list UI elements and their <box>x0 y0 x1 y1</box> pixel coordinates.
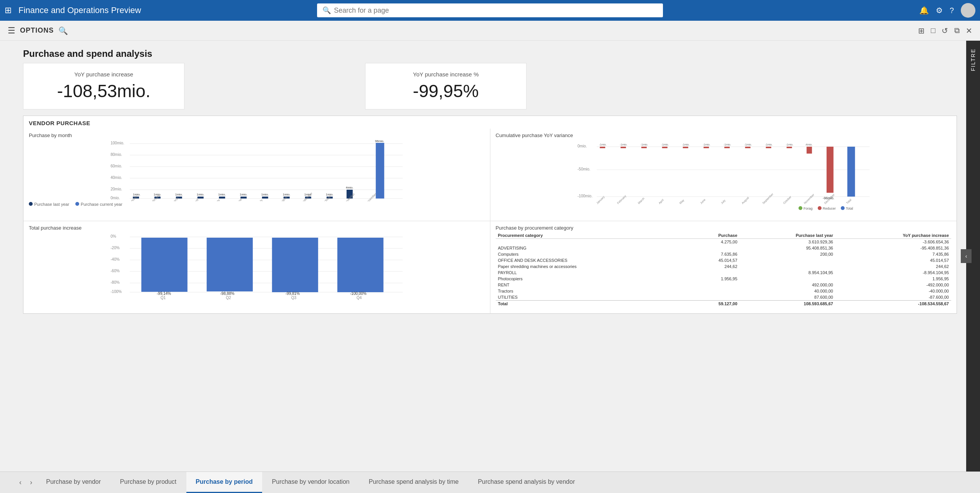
proc-cell-yoy: -3.606.654,36 <box>835 239 951 245</box>
svg-text:1mio.: 1mio. <box>197 193 204 196</box>
table-row: Computers 7.635,86 200,00 7.435,86 <box>496 251 952 257</box>
tab-arrow-right[interactable]: › <box>26 472 36 493</box>
svg-text:1mio.: 1mio. <box>283 193 291 196</box>
tab-item-3[interactable]: Purchase by vendor location <box>263 472 359 493</box>
proc-cell-last-year: 8.954.104,95 <box>740 270 835 276</box>
svg-text:60mio.: 60mio. <box>111 164 122 168</box>
svg-text:-50mio.: -50mio. <box>577 167 590 171</box>
svg-text:Forag: Forag <box>803 207 812 210</box>
table-row: Paper shredding machines or accessories … <box>496 263 952 270</box>
proc-cell-last-year: 108.593.685,67 <box>740 301 835 307</box>
svg-rect-56 <box>620 147 626 148</box>
dashboard-area: VENDOR PURCHASE Purchase by month 100mio… <box>0 116 980 493</box>
svg-rect-116 <box>272 238 318 292</box>
kpi-label-0: YoY purchase increase <box>39 71 169 78</box>
svg-text:-98,88%: -98,88% <box>220 291 234 296</box>
toolbar-close-icon[interactable]: ✕ <box>966 26 972 35</box>
svg-text:20mio.: 20mio. <box>111 187 122 191</box>
grid-icon[interactable]: ⊞ <box>5 5 12 15</box>
svg-text:August: August <box>279 195 288 201</box>
table-row: Total 59.127,00 108.593.685,67 -108.534.… <box>496 301 952 307</box>
tab-item-5[interactable]: Purchase spend analysis by vendor <box>468 472 584 493</box>
svg-text:-1mio.: -1mio. <box>682 143 689 146</box>
proc-cell-yoy: 45.014,57 <box>835 257 951 263</box>
proc-cell-last-year: 87.600,00 <box>740 294 835 301</box>
proc-cell-yoy: 1.956,95 <box>835 276 951 282</box>
svg-rect-66 <box>724 147 729 148</box>
svg-rect-34 <box>376 143 384 199</box>
kpi-value-0: -108,53mio. <box>39 81 169 101</box>
chart-month-title: Purchase by month <box>29 132 485 138</box>
svg-text:August: August <box>741 196 750 205</box>
bottom-tabs: ‹ › Purchase by vendorPurchase by produc… <box>0 471 980 493</box>
svg-text:Reducer: Reducer <box>822 207 835 210</box>
tab-arrow-left[interactable]: ‹ <box>15 472 25 493</box>
svg-rect-24 <box>262 197 268 199</box>
toolbar-icon-4[interactable]: ⧉ <box>954 26 960 35</box>
svg-text:0mio.: 0mio. <box>111 196 120 200</box>
right-panel-arrow[interactable]: ‹ <box>961 249 972 263</box>
svg-text:-40%: -40% <box>111 257 120 261</box>
toolbar-icon-1[interactable]: ⊞ <box>918 26 925 35</box>
svg-rect-60 <box>662 147 667 148</box>
svg-point-96 <box>840 206 844 210</box>
svg-rect-76 <box>826 147 833 193</box>
help-icon[interactable]: ? <box>950 6 954 15</box>
svg-text:-1mio.: -1mio. <box>723 143 731 146</box>
svg-text:May: May <box>214 198 221 201</box>
svg-rect-74 <box>806 147 812 154</box>
filtre-label[interactable]: FILTRE <box>970 48 976 71</box>
search-input[interactable] <box>334 7 658 15</box>
proc-cell-category: Tractors <box>496 288 686 294</box>
svg-text:April: April <box>658 198 664 205</box>
svg-text:0%: 0% <box>111 234 116 238</box>
notification-icon[interactable]: 🔔 <box>919 6 929 15</box>
svg-text:40mio.: 40mio. <box>111 175 122 180</box>
proc-cell-purchase: 59.127,00 <box>686 301 739 307</box>
proc-col-category: Procurement category <box>496 232 686 239</box>
svg-rect-113 <box>207 238 253 291</box>
app-title: Finance and Operations Preview <box>18 5 141 15</box>
chart-cumulative: Cumulative purchase YoY variance 0mio. -… <box>490 129 957 221</box>
toolbar-icon-3[interactable]: ↺ <box>942 26 948 35</box>
chart-purchase-by-month: Purchase by month 100mio. 80mio. 60mio. … <box>23 129 490 221</box>
svg-text:February: February <box>616 194 627 205</box>
settings-icon[interactable]: ⚙ <box>936 6 943 15</box>
svg-text:80mio.: 80mio. <box>111 152 122 157</box>
proc-col-purchase: Purchase <box>686 232 739 239</box>
hamburger-icon[interactable]: ☰ <box>8 26 15 36</box>
tab-item-2[interactable]: Purchase by period <box>186 472 262 493</box>
table-row: PAYROLL 8.954.104,95 -8.954.104,95 <box>496 270 952 276</box>
svg-text:July: July <box>720 199 726 205</box>
tab-item-1[interactable]: Purchase by product <box>111 472 186 493</box>
kpi-card-1: YoY purchase increase % -99,95% <box>365 63 527 109</box>
svg-text:100mio.: 100mio. <box>111 141 125 145</box>
proc-cell-yoy: -40.000,00 <box>835 288 951 294</box>
svg-rect-110 <box>141 238 188 292</box>
proc-cell-category: UTILITIES <box>496 294 686 301</box>
svg-text:September: September <box>761 192 774 205</box>
table-row: ADVERTISING 95.408.851,36 -95.408.851,36 <box>496 245 952 251</box>
vendor-purchase-panel: VENDOR PURCHASE Purchase by month 100mio… <box>23 116 957 314</box>
table-row: Photocopiers 1.956,95 1.956,95 <box>496 276 952 282</box>
svg-text:-1mio.: -1mio. <box>599 143 606 146</box>
proc-cell-category: Paper shredding machines or accessories <box>496 263 686 270</box>
toolbar-icon-2[interactable]: □ <box>931 26 935 35</box>
proc-cell-category: Computers <box>496 251 686 257</box>
proc-cell-yoy: -95.408.851,36 <box>835 245 951 251</box>
avatar[interactable] <box>961 3 975 18</box>
main-container: Purchase and spend analysis YoY purchase… <box>0 41 980 493</box>
toolbar-search-icon[interactable]: 🔍 <box>58 26 68 35</box>
kpi-row: YoY purchase increase -108,53mio. YoY pu… <box>0 63 980 109</box>
proc-cell-yoy: -87.600,00 <box>835 294 951 301</box>
proc-cell-last-year <box>740 257 835 263</box>
svg-rect-22 <box>241 197 247 199</box>
svg-text:Q1: Q1 <box>161 296 166 300</box>
svg-text:-100mio.: -100mio. <box>577 194 592 198</box>
table-row: RENT 492.000,00 -492.000,00 <box>496 282 952 288</box>
proc-cell-purchase <box>686 288 739 294</box>
search-bar[interactable]: 🔍 <box>317 3 663 17</box>
svg-text:-100%: -100% <box>111 290 122 294</box>
tab-item-4[interactable]: Purchase spend analysis by time <box>359 472 468 493</box>
tab-item-0[interactable]: Purchase by vendor <box>37 472 110 493</box>
